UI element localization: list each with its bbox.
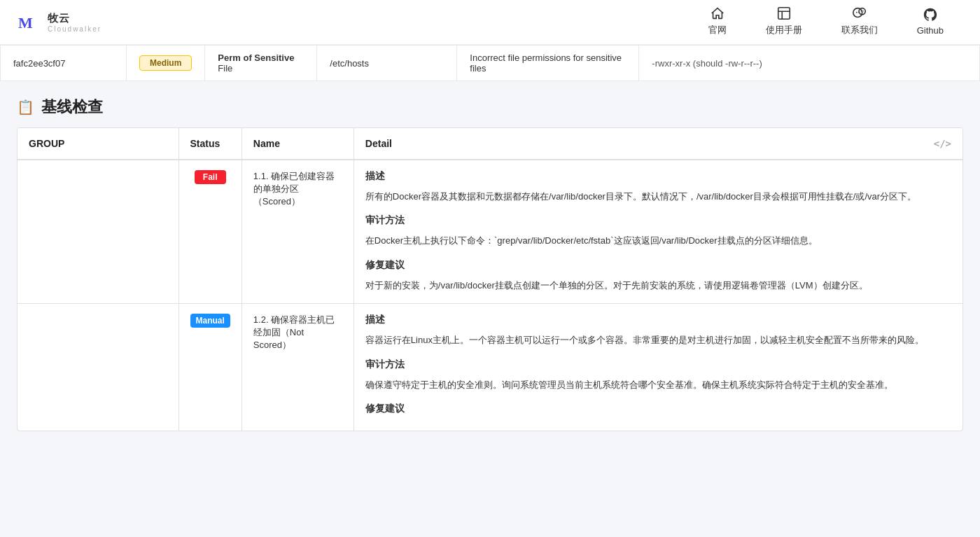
- section-title: 📋 基线检查: [0, 81, 980, 127]
- col-detail-label: Detail: [365, 138, 392, 149]
- top-table: fafc2ee3cf07 Medium Perm of Sensitive Fi…: [0, 45, 980, 81]
- nav-contact-label: 联系我们: [841, 24, 878, 36]
- manual-badge: Manual: [190, 314, 230, 328]
- svg-point-8: [862, 11, 863, 11]
- top-table-area: fafc2ee3cf07 Medium Perm of Sensitive Fi…: [0, 45, 980, 81]
- logo-sub: Cloudwalker: [48, 25, 102, 33]
- nav-manual-label: 使用手册: [766, 24, 802, 36]
- logo-icon: M: [17, 10, 42, 35]
- top-table-name: Perm of Sensitive File: [205, 46, 317, 81]
- row2-name: 1.2. 确保容器主机已经加固（Not Scored）: [241, 304, 354, 431]
- row1-fix-text: 对于新的安装，为/var/lib/docker挂载点创建一个单独的分区。对于先前…: [365, 277, 951, 293]
- baseline-table: GROUP Status Name Detail </> Fail 1.1. 确…: [18, 128, 962, 431]
- row1-fix-title: 修复建议: [365, 259, 951, 272]
- top-table-id: fafc2ee3cf07: [1, 46, 127, 81]
- row2-fix-title: 修复建议: [365, 403, 951, 415]
- row2-group: [18, 304, 178, 431]
- nav-github[interactable]: Github: [897, 0, 963, 45]
- table-header-row: GROUP Status Name Detail </>: [18, 128, 962, 160]
- top-table-name-line2: File: [218, 63, 304, 74]
- col-group-header: GROUP: [18, 128, 178, 160]
- navbar: M 牧云 Cloudwalker 官网 使用手册 联系我们 Github: [0, 0, 980, 45]
- row2-audit-title: 审计方法: [365, 358, 951, 371]
- top-table-detail: Incorrect file permissions for sensitive…: [457, 46, 639, 81]
- row1-audit-title: 审计方法: [365, 214, 951, 227]
- row2-desc-text: 容器运行在Linux主机上。一个容器主机可以运行一个或多个容器。非常重要的是对主…: [365, 332, 951, 348]
- table-row: Manual 1.2. 确保容器主机已经加固（Not Scored） 描述 容器…: [18, 304, 962, 431]
- col-detail-header: Detail </>: [354, 128, 962, 160]
- top-table-severity: Medium: [127, 46, 205, 81]
- row1-audit-text: 在Docker主机上执行以下命令：`grep/var/lib/Docker/et…: [365, 232, 951, 249]
- row2-audit-text: 确保遵守特定于主机的安全准则。询问系统管理员当前主机系统符合哪个安全基准。确保主…: [365, 377, 951, 393]
- top-table-suggestion: -rwxr-xr-x (should -rw-r--r--): [639, 46, 980, 81]
- section-title-text: 基线检查: [41, 97, 103, 118]
- nav-contact[interactable]: 联系我们: [822, 0, 897, 45]
- row1-name-text: 1.1. 确保已创建容器的单独分区（Scored）: [253, 171, 335, 207]
- svg-rect-2: [778, 8, 790, 20]
- row2-desc-title: 描述: [365, 314, 951, 326]
- svg-point-3: [853, 8, 862, 18]
- book-icon: [776, 6, 792, 21]
- svg-point-7: [860, 11, 861, 11]
- row2-status: Manual: [178, 304, 241, 431]
- nav-github-label: Github: [917, 25, 944, 36]
- row2-name-text: 1.2. 确保容器主机已经加固（Not Scored）: [253, 314, 335, 350]
- row1-detail: 描述 所有的Docker容器及其数据和元数据都存储在/var/lib/docke…: [354, 160, 962, 304]
- row1-status: Fail: [178, 160, 241, 304]
- wechat-icon: [852, 6, 867, 21]
- home-icon: [710, 6, 725, 21]
- table-row: Fail 1.1. 确保已创建容器的单独分区（Scored） 描述 所有的Doc…: [18, 160, 962, 304]
- top-table-name-line1: Perm of Sensitive: [218, 53, 304, 63]
- baseline-table-wrap: GROUP Status Name Detail </> Fail 1.1. 确…: [17, 127, 963, 431]
- fail-badge: Fail: [195, 170, 226, 184]
- nav-links: 官网 使用手册 联系我们 Github: [157, 0, 963, 45]
- row1-desc-title: 描述: [365, 170, 951, 183]
- severity-badge: Medium: [139, 55, 192, 71]
- svg-point-5: [856, 12, 858, 13]
- svg-point-6: [858, 12, 860, 13]
- section-icon: 📋: [17, 99, 34, 116]
- nav-home[interactable]: 官网: [689, 0, 746, 45]
- code-icon[interactable]: </>: [934, 138, 951, 149]
- top-table-row: fafc2ee3cf07 Medium Perm of Sensitive Fi…: [1, 46, 980, 81]
- top-table-path: /etc/hosts: [317, 46, 457, 81]
- col-status-header: Status: [178, 128, 241, 160]
- github-icon: [923, 7, 938, 22]
- nav-home-label: 官网: [708, 24, 727, 36]
- nav-manual[interactable]: 使用手册: [746, 0, 822, 45]
- row2-detail: 描述 容器运行在Linux主机上。一个容器主机可以运行一个或多个容器。非常重要的…: [354, 304, 962, 431]
- row1-group: [18, 160, 178, 304]
- row1-desc-text: 所有的Docker容器及其数据和元数据都存储在/var/lib/docker目录…: [365, 188, 951, 204]
- row1-name: 1.1. 确保已创建容器的单独分区（Scored）: [241, 160, 354, 304]
- svg-text:M: M: [18, 14, 33, 32]
- col-name-header: Name: [241, 128, 354, 160]
- logo: M 牧云 Cloudwalker: [17, 10, 157, 35]
- logo-text: 牧云: [48, 12, 102, 25]
